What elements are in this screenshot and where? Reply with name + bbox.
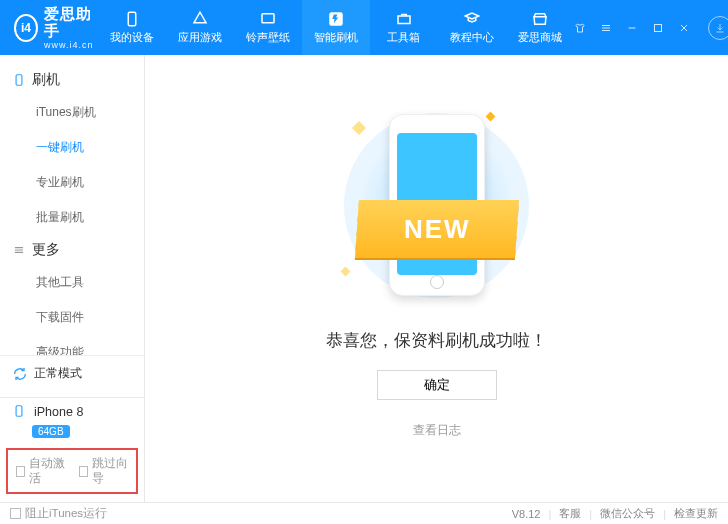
check-auto-activate[interactable]: 自动激活 xyxy=(16,456,65,486)
device-mode-row[interactable]: 正常模式 xyxy=(0,356,144,391)
svg-rect-3 xyxy=(398,16,410,24)
success-illustration: NEW xyxy=(332,105,542,305)
svg-rect-7 xyxy=(16,406,22,417)
check-skip-guide[interactable]: 跳过向导 xyxy=(79,456,128,486)
view-log-link[interactable]: 查看日志 xyxy=(413,422,461,439)
svg-rect-6 xyxy=(16,75,22,86)
refresh-icon xyxy=(12,366,28,382)
phone-icon xyxy=(12,73,26,87)
logo-icon: i4 xyxy=(14,14,38,42)
nav-apps[interactable]: 应用游戏 xyxy=(166,0,234,55)
update-link[interactable]: 检查更新 xyxy=(674,506,718,521)
svg-rect-1 xyxy=(262,14,274,23)
toolbox-icon xyxy=(395,10,413,28)
apps-icon xyxy=(191,10,209,28)
support-link[interactable]: 客服 xyxy=(559,506,581,521)
nav-media[interactable]: 铃声壁纸 xyxy=(234,0,302,55)
device-phone-icon xyxy=(12,404,28,420)
wechat-link[interactable]: 微信公众号 xyxy=(600,506,655,521)
sidebar-cat-flash: 刷机 xyxy=(0,65,144,95)
close-icon[interactable] xyxy=(678,22,690,34)
sidebar-item-other-tools[interactable]: 其他工具 xyxy=(0,265,144,300)
nav-my-device[interactable]: 我的设备 xyxy=(98,0,166,55)
flash-icon xyxy=(327,10,345,28)
shop-icon xyxy=(531,10,549,28)
download-icon[interactable] xyxy=(708,16,728,40)
device-icon xyxy=(123,10,141,28)
new-ribbon: NEW xyxy=(354,200,518,258)
nav-toolbox[interactable]: 工具箱 xyxy=(370,0,438,55)
main-nav: 我的设备 应用游戏 铃声壁纸 智能刷机 工具箱 教程中心 爱思商城 xyxy=(98,0,574,55)
sidebar-item-oneclick-flash[interactable]: 一键刷机 xyxy=(0,130,144,165)
svg-rect-4 xyxy=(654,24,661,31)
skin-icon[interactable] xyxy=(574,22,586,34)
logo-area[interactable]: i4 爱思助手 www.i4.cn xyxy=(14,5,98,50)
status-bar: 阻止iTunes运行 V8.12 | 客服 | 微信公众号 | 检查更新 xyxy=(0,502,728,524)
sidebar-item-itunes-flash[interactable]: iTunes刷机 xyxy=(0,95,144,130)
sidebar-item-batch-flash[interactable]: 批量刷机 xyxy=(0,200,144,235)
device-row[interactable]: iPhone 8 64GB xyxy=(0,398,144,448)
nav-flash[interactable]: 智能刷机 xyxy=(302,0,370,55)
media-icon xyxy=(259,10,277,28)
window-controls xyxy=(574,16,728,40)
svg-rect-0 xyxy=(128,12,136,26)
sidebar-cat-more: 更多 xyxy=(0,235,144,265)
sidebar-item-advanced[interactable]: 高级功能 xyxy=(0,335,144,355)
version-label: V8.12 xyxy=(512,508,541,520)
menu-icon[interactable] xyxy=(600,22,612,34)
check-block-itunes[interactable]: 阻止iTunes运行 xyxy=(10,506,107,521)
minimize-icon[interactable] xyxy=(626,22,638,34)
title-bar: i4 爱思助手 www.i4.cn 我的设备 应用游戏 铃声壁纸 智能刷机 工具… xyxy=(0,0,728,55)
brand-name: 爱思助手 xyxy=(44,5,97,40)
highlighted-options: 自动激活 跳过向导 xyxy=(6,448,138,494)
sidebar-item-download-fw[interactable]: 下载固件 xyxy=(0,300,144,335)
storage-badge: 64GB xyxy=(32,425,70,438)
main-content: NEW 恭喜您，保资料刷机成功啦！ 确定 查看日志 xyxy=(145,55,728,502)
nav-shop[interactable]: 爱思商城 xyxy=(506,0,574,55)
menu-lines-icon xyxy=(12,243,26,257)
maximize-icon[interactable] xyxy=(652,22,664,34)
brand-url: www.i4.cn xyxy=(44,40,97,50)
tutorial-icon xyxy=(463,10,481,28)
success-message: 恭喜您，保资料刷机成功啦！ xyxy=(326,329,547,352)
nav-tutorial[interactable]: 教程中心 xyxy=(438,0,506,55)
sidebar: 刷机 iTunes刷机 一键刷机 专业刷机 批量刷机 更多 其他工具 下载固件 … xyxy=(0,55,145,502)
ok-button[interactable]: 确定 xyxy=(377,370,497,400)
sidebar-item-pro-flash[interactable]: 专业刷机 xyxy=(0,165,144,200)
